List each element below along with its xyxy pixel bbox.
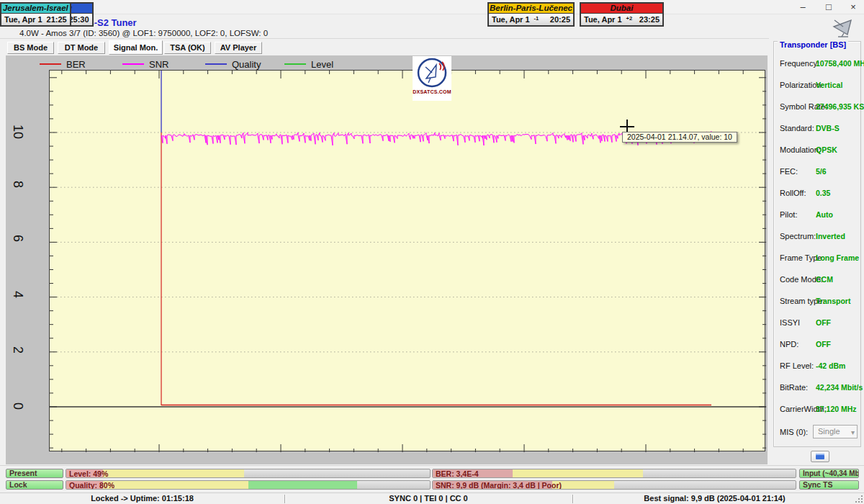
transponder-row-label: BitRate: xyxy=(780,383,808,392)
transponder-row-label: RollOff: xyxy=(780,189,806,197)
transponder-row: Spectrum:Inverted xyxy=(774,232,860,242)
transponder-row: Frequency:10758,400 MHz xyxy=(774,59,860,69)
tab-av-player[interactable]: AV Player xyxy=(215,42,262,54)
transponder-row: NPD:OFF xyxy=(774,340,860,350)
title-bar: Signal Analyzer – □ × xyxy=(0,0,864,14)
clock-date: Tue, Apr 1 xyxy=(492,15,530,24)
bottom-status-panel: Present Lock Level: 49% Quality: 80% BER… xyxy=(0,465,864,492)
mis-dropdown[interactable]: Single ▾ xyxy=(813,425,858,438)
transponder-row: Stream type:Transport xyxy=(774,297,860,307)
transponder-row-value: 37,120 MHz xyxy=(816,405,857,413)
clock-widget-jerusalem[interactable]: Jerusalem-Israel Tue, Apr 1 21:25 xyxy=(0,2,71,27)
transponder-row-label: Pilot: xyxy=(780,210,797,219)
transponder-row-label: Standard: xyxy=(780,124,814,132)
clock-date: Tue, Apr 1 xyxy=(4,15,42,24)
mis-label: MIS (0): xyxy=(780,428,808,436)
dxsatcs-logo-text: DXSATCS.COM xyxy=(413,89,451,94)
transponder-row-value: Vertical xyxy=(816,81,842,89)
legend-label: SNR xyxy=(149,59,168,70)
chevron-down-icon: ▾ xyxy=(851,426,855,438)
transponder-row-value: 42,234 Mbit/s xyxy=(816,383,863,392)
chart-tooltip: 2025-04-01 21.14.07, value: 10 xyxy=(622,132,737,143)
y-axis-label: 6 xyxy=(7,228,29,249)
snr-progress-label: SNR: 9,9 dB (Margin: 3,4 dB | Poor) xyxy=(436,481,562,490)
status-sync-counters: SYNC 0 | TEI 0 | CC 0 xyxy=(284,493,572,504)
y-axis-label: 10 xyxy=(7,121,29,143)
clock-utc-offset: -1 xyxy=(534,16,539,22)
transponder-row: Pilot:Auto xyxy=(774,210,860,220)
ts-window-icon xyxy=(816,454,824,459)
transponder-row-value: -42 dBm xyxy=(816,361,845,370)
y-axis-label: 4 xyxy=(7,284,29,305)
mis-selected-value: Single xyxy=(818,427,840,436)
satellite-dish-icon xyxy=(829,17,855,37)
tab-signal-mon[interactable]: Signal Mon. xyxy=(109,40,163,55)
clock-widget-dubai[interactable]: Dubai Tue, Apr 1 +2 23:25 xyxy=(580,2,664,27)
sidebar: Transponder [BS] Frequency:10758,400 MHz… xyxy=(769,38,864,464)
dxsatcs-logo: DXSATCS.COM xyxy=(413,56,451,101)
progress-zone xyxy=(103,469,245,477)
transponder-row-value: 10758,400 MHz xyxy=(816,59,864,68)
transponder-row: Standard:DVB-S xyxy=(774,124,860,134)
close-icon[interactable]: × xyxy=(841,0,864,14)
transponder-row-value: OFF xyxy=(816,318,831,327)
level-progress-label: Level: 49% xyxy=(69,469,108,478)
legend-line-sample xyxy=(122,63,144,65)
transponder-row-value: Transport xyxy=(816,297,850,305)
tab-tsa[interactable]: TSA (OK) xyxy=(164,42,211,54)
ber-progress-bar: BER: 3,4E-4 xyxy=(432,469,796,478)
transponder-row-value: 5/6 xyxy=(816,167,827,176)
lock-indicator: Lock xyxy=(6,480,63,490)
legend-item-ber: BER xyxy=(40,59,86,69)
progress-zone xyxy=(552,481,614,489)
y-axis-label: 0 xyxy=(7,395,29,417)
transponder-title: Transponder [BS] xyxy=(778,40,848,49)
tab-bs-mode[interactable]: BS Mode xyxy=(7,42,54,54)
transponder-row: ISSYIOFF xyxy=(774,318,860,328)
maximize-icon[interactable]: □ xyxy=(816,0,841,14)
transponder-row: FEC:5/6 xyxy=(774,167,860,177)
clock-time: 21:25 xyxy=(47,15,67,24)
signal-chart-region: BERSNRQualityLevel 1086420 2025-04-01 21… xyxy=(6,55,768,464)
ber-progress-label: BER: 3,4E-4 xyxy=(436,469,479,478)
minimize-icon[interactable]: – xyxy=(791,0,815,14)
clock-widget-berlin[interactable]: Berlin-Paris-Lučenec Tue, Apr 1 -1 20:25 xyxy=(487,2,575,27)
transponder-row: Code Mode:CCM xyxy=(774,275,860,285)
legend-label: BER xyxy=(66,59,86,70)
tuner-details: 4.0W - Amos 3/7 (ID: 3560) @ LOF1: 97500… xyxy=(19,29,268,37)
transponder-row-value: DVB-S xyxy=(816,124,840,132)
mis-row: MIS (0): Single ▾ xyxy=(774,425,860,439)
resize-grip[interactable] xyxy=(855,495,863,503)
legend-label: Quality xyxy=(232,59,261,70)
snr-progress-bar: SNR: 9,9 dB (Margin: 3,4 dB | Poor) xyxy=(432,480,796,490)
progress-zone xyxy=(248,481,358,489)
transponder-row-label: FEC: xyxy=(780,167,798,176)
progress-zone xyxy=(513,469,643,477)
transponder-row: RF Level:-42 dBm xyxy=(774,361,860,372)
status-best-signal: Best signal: 9,9 dB (2025-04-01 21:14) xyxy=(572,493,857,504)
transponder-row-label: Modulation: xyxy=(780,145,821,154)
ts-info-button[interactable] xyxy=(811,451,829,462)
clock-city: Jerusalem-Israel xyxy=(1,4,70,14)
legend-label: Level xyxy=(311,59,333,70)
progress-zone xyxy=(103,481,248,489)
y-axis-label: 8 xyxy=(7,174,29,195)
transponder-row: Polarization:Vertical xyxy=(774,81,860,91)
legend-line-sample xyxy=(205,63,227,65)
signal-plot-area[interactable]: 2025-04-01 21.14.07, value: 10 xyxy=(49,70,765,451)
clock-utc-offset: +2 xyxy=(626,16,633,22)
tab-dt-mode[interactable]: DT Mode xyxy=(58,42,105,54)
level-progress-bar: Level: 49% xyxy=(66,469,431,478)
quality-progress-bar: Quality: 80% xyxy=(66,480,431,490)
clock-time: 23:25 xyxy=(639,15,660,24)
transponder-row: BitRate:42,234 Mbit/s xyxy=(774,383,860,393)
transponder-row-value: CCM xyxy=(816,275,833,284)
transponder-row-value: OFF xyxy=(816,340,831,348)
dxsatcs-logo-icon xyxy=(416,56,448,89)
sync-ts-indicator: Sync TS xyxy=(799,480,859,490)
transponder-row: Modulation:QPSK xyxy=(774,145,860,156)
clock-time: 20:25 xyxy=(550,15,570,24)
transponder-row-value: QPSK xyxy=(816,145,837,154)
transponder-row-label: RF Level: xyxy=(780,361,814,370)
transponder-row-value: 27496,935 KS/s xyxy=(816,102,864,111)
